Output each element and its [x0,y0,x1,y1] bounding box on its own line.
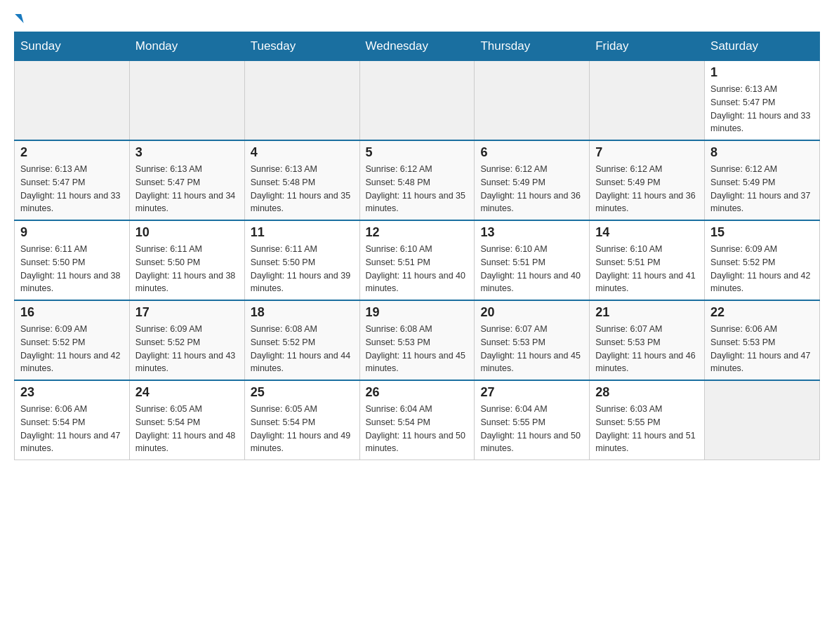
day-number: 12 [366,225,469,240]
day-info: Sunrise: 6:09 AMSunset: 5:52 PMDaylight:… [20,323,124,375]
weekday-header-tuesday: Tuesday [244,32,359,61]
day-info: Sunrise: 6:03 AMSunset: 5:55 PMDaylight:… [595,403,699,455]
weekday-header-row: SundayMondayTuesdayWednesdayThursdayFrid… [15,32,820,61]
calendar-cell: 17Sunrise: 6:09 AMSunset: 5:52 PMDayligh… [129,300,244,380]
calendar-cell: 19Sunrise: 6:08 AMSunset: 5:53 PMDayligh… [359,300,475,380]
calendar-cell: 8Sunrise: 6:12 AMSunset: 5:49 PMDaylight… [705,140,820,220]
day-number: 13 [480,225,583,240]
day-number: 4 [251,145,354,160]
day-number: 3 [135,145,239,160]
day-number: 14 [595,225,699,240]
day-number: 19 [366,305,469,320]
calendar-cell: 25Sunrise: 6:05 AMSunset: 5:54 PMDayligh… [244,380,359,460]
day-number: 5 [366,145,469,160]
calendar-cell: 27Sunrise: 6:04 AMSunset: 5:55 PMDayligh… [475,380,590,460]
day-number: 16 [20,305,124,320]
day-number: 28 [595,385,699,400]
day-number: 11 [251,225,354,240]
calendar-week-3: 9Sunrise: 6:11 AMSunset: 5:50 PMDaylight… [15,220,820,300]
weekday-header-wednesday: Wednesday [359,32,475,61]
weekday-header-monday: Monday [129,32,244,61]
calendar-cell: 11Sunrise: 6:11 AMSunset: 5:50 PMDayligh… [244,220,359,300]
calendar-week-4: 16Sunrise: 6:09 AMSunset: 5:52 PMDayligh… [15,300,820,380]
calendar-cell [359,61,475,141]
calendar-cell: 26Sunrise: 6:04 AMSunset: 5:54 PMDayligh… [359,380,475,460]
weekday-header-sunday: Sunday [15,32,130,61]
calendar-cell [590,61,705,141]
calendar-cell: 22Sunrise: 6:06 AMSunset: 5:53 PMDayligh… [705,300,820,380]
calendar-cell: 13Sunrise: 6:10 AMSunset: 5:51 PMDayligh… [475,220,590,300]
calendar-cell [244,61,359,141]
day-number: 10 [135,225,239,240]
day-info: Sunrise: 6:04 AMSunset: 5:54 PMDaylight:… [366,403,469,455]
day-info: Sunrise: 6:13 AMSunset: 5:48 PMDaylight:… [251,163,354,215]
day-info: Sunrise: 6:12 AMSunset: 5:49 PMDaylight:… [480,163,583,215]
day-info: Sunrise: 6:11 AMSunset: 5:50 PMDaylight:… [135,243,239,295]
day-info: Sunrise: 6:09 AMSunset: 5:52 PMDaylight:… [135,323,239,375]
calendar-cell: 4Sunrise: 6:13 AMSunset: 5:48 PMDaylight… [244,140,359,220]
day-info: Sunrise: 6:08 AMSunset: 5:53 PMDaylight:… [366,323,469,375]
day-number: 23 [20,385,124,400]
day-number: 22 [710,305,814,320]
calendar-week-2: 2Sunrise: 6:13 AMSunset: 5:47 PMDaylight… [15,140,820,220]
day-info: Sunrise: 6:10 AMSunset: 5:51 PMDaylight:… [366,243,469,295]
day-info: Sunrise: 6:08 AMSunset: 5:52 PMDaylight:… [251,323,354,375]
day-number: 8 [710,145,814,160]
day-number: 24 [135,385,239,400]
day-info: Sunrise: 6:05 AMSunset: 5:54 PMDaylight:… [251,403,354,455]
day-number: 17 [135,305,239,320]
calendar-cell [129,61,244,141]
day-info: Sunrise: 6:09 AMSunset: 5:52 PMDaylight:… [710,243,814,295]
calendar-cell: 3Sunrise: 6:13 AMSunset: 5:47 PMDaylight… [129,140,244,220]
day-number: 20 [480,305,583,320]
day-number: 21 [595,305,699,320]
day-info: Sunrise: 6:11 AMSunset: 5:50 PMDaylight:… [251,243,354,295]
day-info: Sunrise: 6:12 AMSunset: 5:49 PMDaylight:… [710,163,814,215]
day-info: Sunrise: 6:10 AMSunset: 5:51 PMDaylight:… [595,243,699,295]
day-info: Sunrise: 6:11 AMSunset: 5:50 PMDaylight:… [20,243,124,295]
calendar-cell: 5Sunrise: 6:12 AMSunset: 5:48 PMDaylight… [359,140,475,220]
calendar-cell: 9Sunrise: 6:11 AMSunset: 5:50 PMDaylight… [15,220,130,300]
calendar-cell: 18Sunrise: 6:08 AMSunset: 5:52 PMDayligh… [244,300,359,380]
calendar-cell [705,380,820,460]
day-info: Sunrise: 6:13 AMSunset: 5:47 PMDaylight:… [710,83,814,135]
day-number: 26 [366,385,469,400]
day-number: 15 [710,225,814,240]
day-info: Sunrise: 6:04 AMSunset: 5:55 PMDaylight:… [480,403,583,455]
day-number: 2 [20,145,124,160]
calendar-cell: 10Sunrise: 6:11 AMSunset: 5:50 PMDayligh… [129,220,244,300]
calendar-cell: 15Sunrise: 6:09 AMSunset: 5:52 PMDayligh… [705,220,820,300]
calendar-cell: 16Sunrise: 6:09 AMSunset: 5:52 PMDayligh… [15,300,130,380]
day-info: Sunrise: 6:05 AMSunset: 5:54 PMDaylight:… [135,403,239,455]
day-number: 27 [480,385,583,400]
day-info: Sunrise: 6:13 AMSunset: 5:47 PMDaylight:… [20,163,124,215]
calendar-cell: 20Sunrise: 6:07 AMSunset: 5:53 PMDayligh… [475,300,590,380]
calendar-cell: 1Sunrise: 6:13 AMSunset: 5:47 PMDaylight… [705,61,820,141]
calendar-table: SundayMondayTuesdayWednesdayThursdayFrid… [14,32,820,460]
calendar-cell: 23Sunrise: 6:06 AMSunset: 5:54 PMDayligh… [15,380,130,460]
calendar-cell [475,61,590,141]
page-header [14,14,820,25]
calendar-cell: 21Sunrise: 6:07 AMSunset: 5:53 PMDayligh… [590,300,705,380]
day-number: 6 [480,145,583,160]
day-info: Sunrise: 6:13 AMSunset: 5:47 PMDaylight:… [135,163,239,215]
day-number: 7 [595,145,699,160]
day-info: Sunrise: 6:06 AMSunset: 5:53 PMDaylight:… [710,323,814,375]
calendar-week-5: 23Sunrise: 6:06 AMSunset: 5:54 PMDayligh… [15,380,820,460]
calendar-cell: 2Sunrise: 6:13 AMSunset: 5:47 PMDaylight… [15,140,130,220]
weekday-header-thursday: Thursday [475,32,590,61]
logo [14,14,22,25]
calendar-cell: 12Sunrise: 6:10 AMSunset: 5:51 PMDayligh… [359,220,475,300]
day-info: Sunrise: 6:06 AMSunset: 5:54 PMDaylight:… [20,403,124,455]
day-info: Sunrise: 6:12 AMSunset: 5:48 PMDaylight:… [366,163,469,215]
calendar-cell: 7Sunrise: 6:12 AMSunset: 5:49 PMDaylight… [590,140,705,220]
calendar-week-1: 1Sunrise: 6:13 AMSunset: 5:47 PMDaylight… [15,61,820,141]
day-info: Sunrise: 6:07 AMSunset: 5:53 PMDaylight:… [595,323,699,375]
day-info: Sunrise: 6:07 AMSunset: 5:53 PMDaylight:… [480,323,583,375]
calendar-cell: 6Sunrise: 6:12 AMSunset: 5:49 PMDaylight… [475,140,590,220]
day-number: 9 [20,225,124,240]
day-number: 25 [251,385,354,400]
weekday-header-saturday: Saturday [705,32,820,61]
day-info: Sunrise: 6:12 AMSunset: 5:49 PMDaylight:… [595,163,699,215]
day-info: Sunrise: 6:10 AMSunset: 5:51 PMDaylight:… [480,243,583,295]
